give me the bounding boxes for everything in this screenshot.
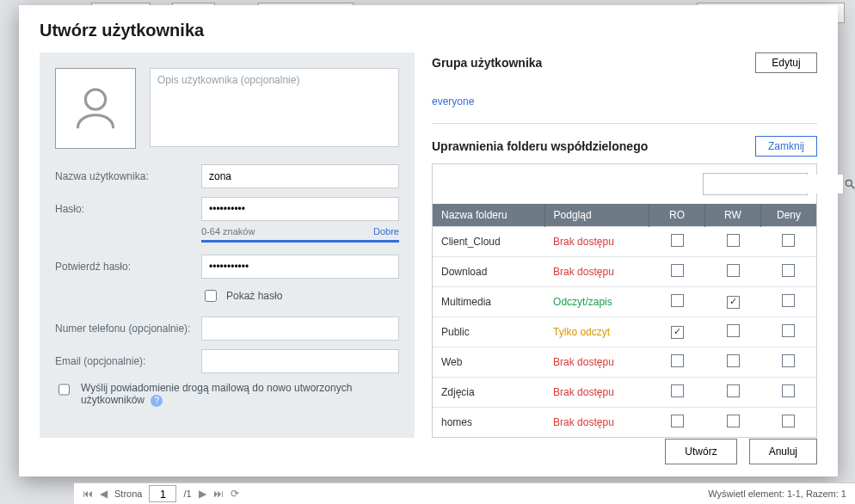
deny-checkbox[interactable] [782, 324, 795, 337]
deny-checkbox[interactable] [782, 294, 795, 307]
table-row: PublicTylko odczyt [433, 317, 816, 347]
perm-search-field[interactable] [703, 173, 808, 195]
next-page-icon[interactable]: ▶ [199, 488, 206, 500]
user-group-heading: Grupa użytkownika [432, 56, 542, 70]
refresh-icon[interactable]: ⟳ [231, 488, 239, 500]
perm-search-input[interactable] [704, 175, 843, 194]
cancel-button[interactable]: Anuluj [749, 439, 817, 464]
folder-name: Download [433, 257, 544, 287]
show-password-checkbox[interactable]: Pokaż hasło [201, 287, 399, 304]
prev-page-icon[interactable]: ◀ [100, 488, 108, 500]
perm-status: Brak dostępu [544, 408, 649, 438]
email-input[interactable] [201, 349, 399, 373]
confirm-password-label: Potwierdź hasło: [55, 261, 201, 273]
page-label: Strona [114, 489, 142, 499]
first-page-icon[interactable]: ⏮ [83, 488, 93, 500]
password-strength: Dobre [373, 226, 399, 237]
password-strength-bar [201, 240, 399, 243]
send-mail-checkbox[interactable] [58, 384, 70, 396]
folder-name: Zdjęcia [433, 378, 544, 408]
th-folder[interactable]: Nazwa folderu [433, 204, 544, 227]
table-row: WebBrak dostępu [433, 347, 816, 378]
phone-input[interactable] [201, 317, 399, 341]
deny-checkbox[interactable] [782, 384, 795, 397]
help-icon[interactable]: ? [151, 395, 163, 407]
table-row: homesBrak dostępu [433, 408, 816, 438]
perm-status: Brak dostępu [544, 378, 649, 408]
password-label: Hasło: [55, 203, 201, 215]
th-deny[interactable]: Deny [761, 204, 817, 227]
description-textarea[interactable]: Opis użytkownika (opcjonalnie) [150, 68, 399, 147]
close-perm-button[interactable]: Zamknij [755, 136, 817, 157]
folder-name: Public [433, 317, 544, 347]
table-row: MultimediaOdczyt/zapis [433, 287, 816, 317]
th-rw[interactable]: RW [705, 204, 761, 227]
user-form-panel: Opis użytkownika (opcjonalnie) Nazwa uży… [40, 52, 415, 438]
user-icon [69, 82, 122, 135]
deny-checkbox[interactable] [782, 234, 795, 247]
avatar-placeholder[interactable] [55, 68, 136, 149]
confirm-password-input[interactable] [201, 255, 399, 279]
deny-checkbox[interactable] [782, 264, 795, 277]
ro-checkbox[interactable] [671, 264, 684, 277]
username-input[interactable] [201, 164, 399, 188]
folder-name: Client_Cloud [433, 227, 544, 257]
permissions-table: Nazwa folderu Podgląd RO RW Deny Client_… [433, 204, 816, 437]
edit-group-button[interactable]: Edytuj [755, 52, 817, 73]
folder-name: homes [433, 408, 544, 438]
rw-checkbox[interactable] [727, 415, 740, 427]
table-row: ZdjęciaBrak dostępu [433, 378, 816, 408]
divider [432, 123, 817, 124]
rw-checkbox[interactable] [727, 234, 740, 247]
send-mail-label: Wyślij powiadomienie drogą mailową do no… [81, 382, 399, 407]
background-footer: ⏮ ◀ Strona /1 ▶ ⏭ ⟳ Wyświetl element: 1-… [74, 482, 855, 504]
ro-checkbox[interactable] [671, 326, 684, 339]
create-button[interactable]: Utwórz [665, 439, 736, 464]
perm-status: Brak dostępu [544, 347, 649, 378]
th-preview[interactable]: Podgląd [544, 204, 649, 227]
show-password-input[interactable] [205, 290, 217, 302]
ro-checkbox[interactable] [671, 415, 684, 427]
table-row: DownloadBrak dostępu [433, 257, 816, 287]
rw-checkbox[interactable] [727, 384, 740, 397]
username-label: Nazwa użytkownika: [55, 170, 201, 182]
modal-title: Utwórz użytkownika [19, 5, 838, 52]
footer-status: Wyświetl element: 1-1, Razem: 1 [708, 489, 846, 499]
deny-checkbox[interactable] [782, 354, 795, 367]
rw-checkbox[interactable] [727, 324, 740, 337]
search-icon[interactable] [843, 174, 855, 194]
page-input[interactable] [149, 485, 176, 502]
permissions-table-container: Nazwa folderu Podgląd RO RW Deny Client_… [432, 163, 817, 438]
perm-status: Odczyt/zapis [544, 287, 649, 317]
group-everyone-link[interactable]: everyone [432, 80, 817, 123]
ro-checkbox[interactable] [671, 354, 684, 367]
password-input[interactable] [201, 197, 399, 221]
table-row: Client_CloudBrak dostępu [433, 227, 816, 257]
show-password-label: Pokaż hasło [226, 290, 282, 302]
shared-folder-perm-heading: Uprawnienia folderu współdzielonego [432, 139, 648, 153]
svg-point-0 [85, 89, 105, 109]
folder-name: Multimedia [433, 287, 544, 317]
last-page-icon[interactable]: ⏭ [213, 488, 224, 500]
svg-line-2 [852, 186, 855, 189]
perm-status: Brak dostępu [544, 227, 649, 257]
phone-label: Numer telefonu (opcjonalnie): [55, 323, 201, 335]
perm-status: Tylko odczyt [544, 317, 649, 347]
ro-checkbox[interactable] [671, 294, 684, 307]
th-ro[interactable]: RO [649, 204, 705, 227]
rw-checkbox[interactable] [727, 264, 740, 277]
deny-checkbox[interactable] [782, 415, 795, 427]
password-hint-chars: 0-64 znaków [201, 226, 255, 237]
page-total: /1 [183, 489, 191, 499]
ro-checkbox[interactable] [671, 384, 684, 397]
create-user-modal: Utwórz użytkownika Opis użytkownika (opc… [19, 5, 838, 476]
folder-name: Web [433, 347, 544, 378]
rw-checkbox[interactable] [727, 296, 740, 309]
email-label: Email (opcjonalnie): [55, 355, 201, 367]
svg-point-1 [846, 180, 852, 186]
perm-status: Brak dostępu [544, 257, 649, 287]
rw-checkbox[interactable] [727, 354, 740, 367]
ro-checkbox[interactable] [671, 234, 684, 247]
